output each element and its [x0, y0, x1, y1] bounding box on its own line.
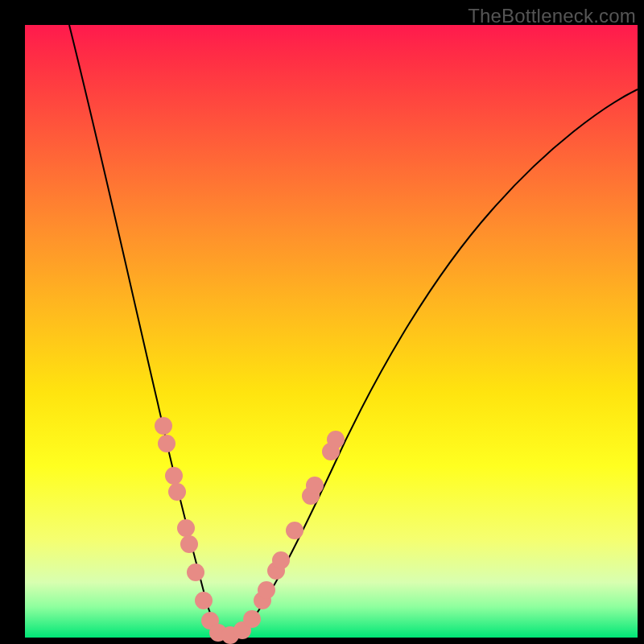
bottleneck-curve — [25, 25, 638, 638]
svg-point-19 — [306, 477, 324, 494]
svg-point-2 — [165, 467, 183, 485]
svg-point-14 — [258, 581, 275, 599]
data-dots — [155, 417, 345, 644]
svg-point-12 — [243, 610, 261, 628]
svg-point-6 — [187, 564, 204, 581]
svg-point-4 — [177, 519, 195, 537]
plot-area — [25, 25, 638, 638]
svg-point-0 — [155, 417, 172, 435]
chart-frame: TheBottleneck.com — [0, 0, 644, 644]
svg-point-16 — [272, 551, 290, 569]
svg-point-5 — [180, 535, 198, 553]
svg-point-17 — [286, 522, 303, 539]
svg-point-1 — [158, 435, 175, 452]
curve-left — [69, 25, 226, 637]
svg-point-7 — [195, 592, 213, 609]
svg-point-3 — [168, 483, 186, 501]
curve-right — [226, 89, 638, 637]
svg-point-21 — [327, 431, 345, 448]
watermark-text: TheBottleneck.com — [468, 5, 636, 27]
